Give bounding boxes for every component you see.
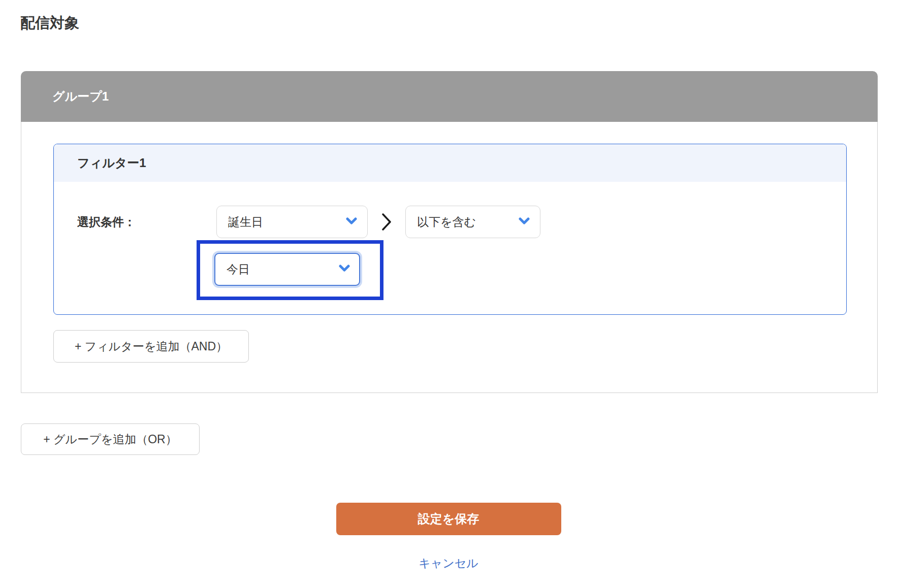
chevron-down-icon [519, 217, 530, 227]
value-select-value: 今日 [227, 262, 250, 277]
delivery-target-page: 配信対象 グループ1 フィルター1 選択条件： 誕生日 [0, 13, 897, 588]
value-row: 今日 [197, 240, 846, 300]
chevron-down-icon [339, 265, 350, 274]
value-select[interactable]: 今日 [214, 253, 360, 286]
cancel-link[interactable]: キャンセル [419, 557, 478, 570]
filter-panel: フィルター1 選択条件： 誕生日 [53, 144, 847, 315]
add-filter-button[interactable]: + フィルターを追加（AND） [53, 330, 249, 363]
save-settings-button[interactable]: 設定を保存 [336, 503, 561, 535]
chevron-right-separator-icon [381, 212, 392, 232]
filter-header: フィルター1 [54, 144, 846, 182]
condition-label: 選択条件： [77, 214, 216, 230]
field-select[interactable]: 誕生日 [216, 206, 368, 238]
filter-title: フィルター1 [77, 155, 146, 171]
condition-row: 選択条件： 誕生日 [77, 206, 846, 238]
cancel-row: キャンセル [0, 556, 897, 571]
filter-body: 選択条件： 誕生日 [54, 182, 846, 314]
page-title: 配信対象 [20, 13, 897, 32]
operator-select[interactable]: 以下を含む [405, 206, 540, 238]
group-panel: グループ1 フィルター1 選択条件： 誕生日 [21, 71, 878, 393]
group-title: グループ1 [52, 88, 109, 105]
chevron-down-icon [346, 217, 357, 227]
group-header: グループ1 [21, 71, 878, 122]
value-select-highlight: 今日 [197, 240, 383, 300]
group-body: フィルター1 選択条件： 誕生日 [21, 122, 878, 393]
add-group-button[interactable]: + グループを追加（OR） [21, 423, 200, 455]
field-select-value: 誕生日 [228, 214, 263, 230]
operator-select-value: 以下を含む [417, 214, 476, 230]
